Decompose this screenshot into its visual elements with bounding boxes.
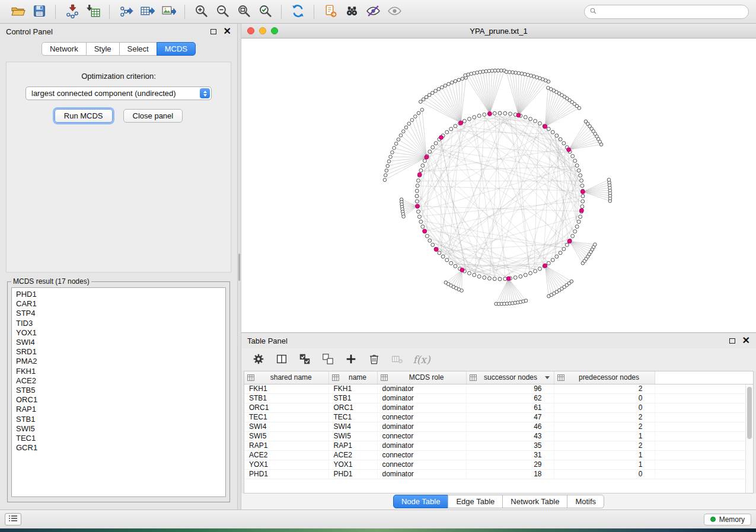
graphics-details-button[interactable] [362, 2, 384, 21]
window-close-icon[interactable] [247, 27, 254, 34]
window-minimize-icon[interactable] [259, 27, 266, 34]
table-cell[interactable]: 62 [466, 393, 554, 403]
column-header-predecessor-nodes[interactable]: predecessor nodes [554, 371, 655, 384]
select-all-button[interactable] [296, 351, 314, 368]
table-cell[interactable]: 47 [466, 412, 554, 422]
table-cell[interactable]: RAP1 [328, 441, 377, 450]
table-cell[interactable]: 46 [466, 422, 554, 431]
table-cell[interactable]: 18 [466, 469, 554, 479]
table-cell[interactable]: PHD1 [244, 469, 328, 479]
table-cell[interactable]: dominator [377, 393, 466, 403]
optimization-criterion-select[interactable]: largest connected component (undirected) [25, 86, 212, 100]
table-cell[interactable]: connector [377, 431, 466, 441]
table-cell[interactable]: 2 [554, 422, 655, 431]
table-cell[interactable]: 0 [554, 469, 655, 479]
mcds-result-item[interactable]: STB1 [12, 415, 225, 424]
table-cell[interactable]: 1 [554, 431, 655, 441]
unselect-all-button[interactable] [319, 351, 337, 368]
zoom-out-button[interactable] [212, 2, 233, 21]
table-cell[interactable]: RAP1 [244, 441, 328, 450]
search-input[interactable] [600, 8, 744, 16]
add-column-button[interactable] [342, 351, 360, 368]
close-panel-icon[interactable]: ✕ [742, 336, 750, 345]
table-cell[interactable]: FKH1 [244, 384, 328, 393]
function-builder-button[interactable]: f(x) [412, 351, 429, 368]
table-cell[interactable]: 43 [466, 431, 554, 441]
float-panel-icon[interactable] [210, 29, 216, 34]
splitter-scroll-thumb[interactable] [238, 254, 240, 281]
sort-dropdown-icon[interactable] [545, 376, 550, 379]
table-row[interactable]: SWI4SWI4dominator462 [244, 422, 753, 431]
table-cell[interactable]: 96 [466, 384, 554, 393]
show-columns-button[interactable] [273, 351, 291, 368]
export-network-button[interactable] [115, 2, 136, 21]
table-cell[interactable]: 35 [466, 441, 554, 450]
export-table-button[interactable] [136, 2, 158, 21]
find-network-button[interactable] [341, 2, 362, 21]
column-header-shared-name[interactable]: shared name [244, 371, 328, 384]
tab-mcds[interactable]: MCDS [157, 42, 196, 56]
window-zoom-icon[interactable] [271, 27, 278, 34]
tab-node-table[interactable]: Node Table [393, 495, 449, 508]
network-view[interactable] [241, 39, 756, 332]
table-row[interactable]: RAP1RAP1dominator352 [244, 441, 753, 450]
table-cell[interactable]: ORC1 [328, 403, 377, 412]
table-cell[interactable]: 29 [466, 460, 554, 469]
table-cell[interactable]: SWI4 [244, 422, 328, 431]
table-cell[interactable]: dominator [377, 469, 466, 479]
mcds-result-item[interactable]: STB5 [12, 386, 225, 395]
table-cell[interactable]: TEC1 [244, 412, 328, 422]
table-cell[interactable]: 1 [554, 460, 655, 469]
mcds-result-item[interactable]: STP4 [12, 309, 225, 318]
table-cell[interactable]: ORC1 [244, 403, 328, 412]
table-scrollbar-thumb[interactable] [747, 387, 752, 439]
column-header-mcds-role[interactable]: MCDS role [377, 371, 466, 384]
table-cell[interactable]: SWI5 [244, 431, 328, 441]
mcds-result-item[interactable]: SWI4 [12, 338, 225, 347]
mcds-result-item[interactable]: TID3 [12, 319, 225, 328]
mcds-result-item[interactable]: SRD1 [12, 347, 225, 357]
table-row[interactable]: FKH1FKH1dominator962 [244, 384, 753, 393]
table-cell[interactable]: STB1 [244, 393, 328, 403]
search-field[interactable] [584, 5, 749, 19]
tab-motifs[interactable]: Motifs [567, 495, 604, 508]
clone-network-button[interactable] [320, 2, 341, 21]
mcds-result-item[interactable]: ORC1 [12, 395, 225, 405]
column-header-successor-nodes[interactable]: successor nodes [466, 371, 554, 384]
table-row[interactable]: ACE2ACE2connector311 [244, 450, 753, 460]
open-file-button[interactable] [7, 2, 28, 21]
table-row[interactable]: TEC1TEC1connector472 [244, 412, 753, 422]
tab-network-table[interactable]: Network Table [502, 495, 567, 508]
mcds-result-item[interactable]: PHD1 [12, 290, 225, 299]
mcds-result-item[interactable]: PMA2 [12, 357, 225, 366]
mcds-result-item[interactable]: YOX1 [12, 328, 225, 338]
table-cell[interactable]: connector [377, 460, 466, 469]
table-settings-button[interactable] [250, 351, 267, 368]
save-session-button[interactable] [28, 2, 50, 21]
run-mcds-button[interactable]: Run MCDS [55, 109, 113, 123]
zoom-fit-button[interactable] [233, 2, 254, 21]
mcds-result-item[interactable]: CAR1 [12, 299, 225, 309]
export-image-button[interactable] [158, 2, 179, 21]
table-cell[interactable]: dominator [377, 441, 466, 450]
import-table-button[interactable] [82, 2, 104, 21]
mcds-result-item[interactable]: RAP1 [12, 405, 225, 414]
column-header-name[interactable]: name [328, 371, 377, 384]
close-panel-icon[interactable]: ✕ [224, 27, 231, 36]
table-cell[interactable]: dominator [377, 403, 466, 412]
refresh-view-button[interactable] [287, 2, 308, 21]
table-cell[interactable]: TEC1 [328, 412, 377, 422]
table-cell[interactable]: ACE2 [328, 450, 377, 460]
table-row[interactable]: ORC1ORC1dominator610 [244, 403, 753, 412]
tab-style[interactable]: Style [86, 42, 120, 56]
table-cell[interactable]: 2 [554, 384, 655, 393]
table-cell[interactable]: 2 [554, 412, 655, 422]
table-cell[interactable]: 2 [554, 441, 655, 450]
mcds-result-item[interactable]: GCR1 [12, 443, 225, 453]
table-cell[interactable]: dominator [377, 422, 466, 431]
table-row[interactable]: SWI5SWI5connector431 [244, 431, 753, 441]
table-row[interactable]: STB1STB1dominator620 [244, 393, 753, 403]
table-cell[interactable]: ACE2 [244, 450, 328, 460]
float-panel-icon[interactable] [729, 338, 735, 344]
table-scrollbar[interactable] [745, 384, 753, 493]
